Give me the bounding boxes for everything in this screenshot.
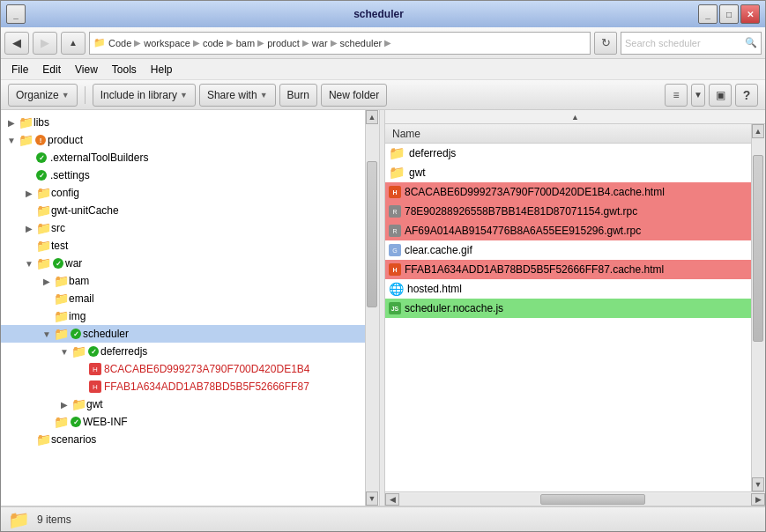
file-row-clear-cache-gif[interactable]: G clear.cache.gif — [385, 240, 751, 260]
folder-icon-config: 📁 — [36, 186, 51, 200]
file-hscrollbar[interactable]: ◀ ▶ — [385, 491, 765, 506]
tree-item-web-inf[interactable]: 📁 ✓ WEB-INF — [1, 413, 365, 431]
window-frame: _ scheduler _ □ ✕ ◀ ▶ ▲ 📁 Code ▶ workspa… — [0, 0, 766, 532]
window-title: scheduler — [59, 8, 698, 20]
minimize-button[interactable]: _ — [6, 4, 26, 24]
file-row-af69[interactable]: R AF69A014AB9154776B8A6A55EE915296.gwt.r… — [385, 221, 751, 240]
html-file-icon-2: H — [389, 263, 401, 276]
tree-item-deferredjs[interactable]: ▼ 📁 ✓ deferredjs — [1, 343, 365, 360]
tree-item-config[interactable]: ▶ 📁 config — [1, 184, 365, 202]
address-folder-icon: 📁 — [93, 37, 106, 48]
refresh-button[interactable]: ↻ — [594, 32, 617, 55]
include-library-label: Include in library — [100, 89, 177, 101]
menu-edit[interactable]: Edit — [35, 62, 68, 78]
file-content-row: Name 📁 deferredjs 📁 gwt — [385, 124, 765, 491]
badge-deferredjs: ✓ — [88, 346, 99, 357]
file-row-hosted-html[interactable]: 🌐 hosted.html — [385, 279, 751, 299]
file-row-8cacabe[interactable]: H 8CACABE6D999273A790F700D420DE1B4.cache… — [385, 182, 751, 202]
tree-item-bam[interactable]: ▶ 📁 bam — [1, 272, 365, 290]
js-file-icon: JS — [389, 302, 401, 314]
file-vscrollbar[interactable]: ▲ ▼ — [751, 124, 765, 491]
address-war[interactable]: war — [312, 38, 328, 48]
file-scroll-top-arrow[interactable]: ▲ — [385, 110, 765, 124]
view-pane-button[interactable]: ▣ — [709, 84, 732, 107]
tree-item-product[interactable]: ▼ 📁 ! product — [1, 131, 365, 149]
tree-item-img[interactable]: 📁 img — [1, 307, 365, 325]
address-code2[interactable]: code — [203, 38, 224, 48]
h-scroll-right[interactable]: ▶ — [751, 493, 765, 506]
file-panel: ▲ Name 📁 deferredjs — [385, 110, 765, 506]
status-folder-icon: 📁 — [8, 509, 30, 530]
status-bar: 📁 9 items — [1, 506, 765, 531]
tree-item-war[interactable]: ▼ 📁 ✓ war — [1, 255, 365, 272]
badge-product: ! — [35, 135, 46, 145]
chrome-icon: 🌐 — [389, 282, 404, 296]
tree-item-cache2[interactable]: H FFAB1A634ADD1AB78BD5B5F52666FF87 — [1, 378, 365, 395]
tree-scroll-down[interactable]: ▼ — [366, 491, 378, 506]
organize-button[interactable]: Organize ▼ — [8, 84, 78, 107]
tree-vscrollbar[interactable]: ▲ ▼ — [365, 110, 379, 506]
file-scroll-down[interactable]: ▼ — [752, 477, 764, 491]
up-button[interactable]: ▲ — [61, 32, 86, 55]
address-bar[interactable]: 📁 Code ▶ workspace ▶ code ▶ bam ▶ produc… — [89, 32, 591, 55]
tree-scroll-up[interactable]: ▲ — [366, 110, 378, 124]
tree-item-settings[interactable]: ✓ .settings — [1, 166, 365, 184]
menu-help[interactable]: Help — [144, 62, 180, 78]
tree-item-cache1[interactable]: H 8CACABE6D999273A790F700D420DE1B4 — [1, 360, 365, 378]
address-scheduler[interactable]: scheduler — [340, 38, 383, 48]
h-scroll-track — [399, 493, 751, 506]
close-btn[interactable]: ✕ — [740, 4, 760, 24]
tree-scroll-thumb[interactable] — [367, 161, 377, 308]
search-icon[interactable]: 🔍 — [745, 37, 757, 48]
folder-icon-gwt2: 📁 — [71, 397, 86, 411]
title-bar: _ scheduler _ □ ✕ — [1, 1, 765, 27]
view-list-button[interactable]: ≡ — [665, 84, 688, 107]
tree-item-external-tool-builders[interactable]: ✓ .externalToolBuilders — [1, 149, 365, 166]
address-code[interactable]: Code — [108, 38, 131, 48]
search-box[interactable]: Search scheduler 🔍 — [621, 32, 762, 55]
col-name-header[interactable]: Name — [389, 128, 424, 140]
tree-item-scenarios[interactable]: 📁 scenarios — [1, 431, 365, 448]
tree-item-src[interactable]: ▶ 📁 src — [1, 219, 365, 237]
menu-view[interactable]: View — [68, 62, 105, 78]
menu-tools[interactable]: Tools — [105, 62, 144, 78]
file-row-deferredjs[interactable]: 📁 deferredjs — [385, 144, 751, 163]
new-folder-button[interactable]: New folder — [321, 84, 387, 107]
share-with-chevron: ▼ — [260, 91, 268, 100]
file-list-scroll[interactable]: 📁 deferredjs 📁 gwt H 8CACABE6D999273A790… — [385, 144, 751, 491]
share-with-button[interactable]: Share with ▼ — [199, 84, 276, 107]
include-library-chevron: ▼ — [180, 91, 188, 100]
help-button[interactable]: ? — [735, 84, 758, 107]
menu-file[interactable]: File — [4, 62, 35, 78]
view-details-button[interactable]: ▼ — [691, 84, 705, 107]
gif-file-icon: G — [389, 244, 401, 256]
address-product[interactable]: product — [267, 38, 300, 48]
h-scroll-left[interactable]: ◀ — [385, 493, 399, 506]
tree-item-test[interactable]: 📁 test — [1, 237, 365, 255]
address-bam[interactable]: bam — [236, 38, 255, 48]
folder-icon-file-deferredjs: 📁 — [389, 145, 405, 161]
badge-scheduler: ✓ — [71, 329, 81, 339]
forward-button[interactable]: ▶ — [33, 32, 57, 55]
file-scroll-up[interactable]: ▲ — [752, 124, 764, 138]
file-row-ffab1a[interactable]: H FFAB1A634ADD1AB78BD5B5F52666FF87.cache… — [385, 260, 751, 279]
minimize-btn[interactable]: _ — [698, 4, 718, 24]
file-row-scheduler-nocache-js[interactable]: JS scheduler.nocache.js — [385, 299, 751, 318]
tree-item-scheduler[interactable]: ▼ 📁 ✓ scheduler — [1, 325, 365, 343]
tree-item-libs[interactable]: ▶ 📁 libs — [1, 114, 365, 131]
file-row-gwt[interactable]: 📁 gwt — [385, 163, 751, 182]
h-scroll-thumb[interactable] — [540, 494, 646, 505]
folder-icon-file-gwt: 📁 — [389, 165, 405, 181]
file-scroll-thumb[interactable] — [753, 155, 763, 342]
burn-button[interactable]: Burn — [279, 84, 317, 107]
address-workspace[interactable]: workspace — [144, 38, 190, 48]
file-panel-inner: Name 📁 deferredjs 📁 gwt — [385, 124, 751, 491]
folder-icon-gwt: 📁 — [36, 203, 51, 218]
file-row-78e90[interactable]: R 78E90288926558B7BB14E81D87071154.gwt.r… — [385, 202, 751, 221]
back-button[interactable]: ◀ — [4, 32, 29, 55]
maximize-btn[interactable]: □ — [719, 4, 739, 24]
tree-item-email[interactable]: 📁 email — [1, 290, 365, 307]
tree-item-gwt2[interactable]: ▶ 📁 gwt — [1, 395, 365, 413]
tree-item-gwt-unit-cache[interactable]: 📁 gwt-unitCache — [1, 202, 365, 219]
include-library-button[interactable]: Include in library ▼ — [93, 84, 196, 107]
